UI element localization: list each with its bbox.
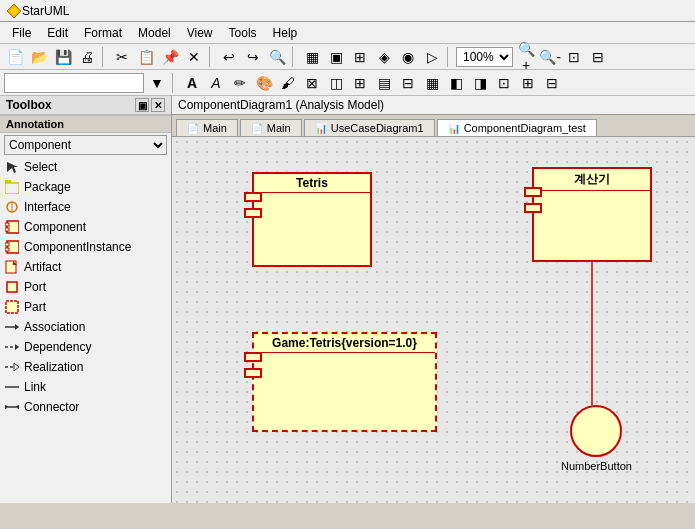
tool-interface[interactable]: Interface [0, 197, 171, 217]
cut-btn[interactable]: ✂ [111, 46, 133, 68]
tb-btn4[interactable]: ◈ [373, 46, 395, 68]
svg-rect-15 [7, 282, 17, 292]
connector-icon [4, 399, 20, 415]
tb-btn5[interactable]: ◉ [397, 46, 419, 68]
layout1-btn[interactable]: ⊞ [517, 72, 539, 94]
tool-select[interactable]: Select [0, 157, 171, 177]
font-bold-btn[interactable]: A [181, 72, 203, 94]
tab-component-label: ComponentDiagram_test [464, 122, 586, 134]
numberbutton-node[interactable]: NumberButton [561, 405, 632, 472]
tab-main2-icon: 📄 [251, 123, 263, 134]
content-area: ComponentDiagram1 (Analysis Model) 📄 Mai… [172, 96, 695, 503]
tb-btn2[interactable]: ▣ [325, 46, 347, 68]
fit-btn[interactable]: ⊡ [563, 46, 585, 68]
tool-connector[interactable]: Connector [0, 397, 171, 417]
tool-part[interactable]: Part [0, 297, 171, 317]
tab-usecase[interactable]: 📊 UseCaseDiagram1 [304, 119, 435, 136]
menu-view[interactable]: View [179, 24, 221, 42]
toolbox-pin-btn[interactable]: ▣ [135, 98, 149, 112]
menu-model[interactable]: Model [130, 24, 179, 42]
menu-help[interactable]: Help [265, 24, 306, 42]
copy-btn[interactable]: 📋 [135, 46, 157, 68]
component-icon [4, 219, 20, 235]
menu-edit[interactable]: Edit [39, 24, 76, 42]
tool-package-label: Package [24, 180, 71, 194]
zoom-in-btn[interactable]: 🔍+ [515, 46, 537, 68]
tetris-component[interactable]: Tetris [252, 172, 372, 267]
zoom-out-btn[interactable]: 🔍- [539, 46, 561, 68]
sep1 [102, 47, 107, 67]
diagram-canvas[interactable]: Tetris 계산기 Game:Tetris{version=1.0} Numb… [172, 137, 695, 503]
print-btn[interactable]: 🖨 [76, 46, 98, 68]
tb-btn1[interactable]: ▦ [301, 46, 323, 68]
realization-icon [4, 359, 20, 375]
toolbox: Toolbox ▣ ✕ Annotation Component Select [0, 96, 172, 503]
pen-btn[interactable]: ✏ [229, 72, 251, 94]
align7-btn[interactable]: ◧ [445, 72, 467, 94]
tab-main2[interactable]: 📄 Main [240, 119, 302, 136]
search-btn[interactable]: ▼ [146, 72, 168, 94]
kesan-component[interactable]: 계산기 [532, 167, 652, 262]
game-component[interactable]: Game:Tetris{version=1.0} [252, 332, 437, 432]
tetris-notch2 [244, 208, 262, 218]
align9-btn[interactable]: ⊡ [493, 72, 515, 94]
menu-file[interactable]: File [4, 24, 39, 42]
tool-port[interactable]: Port [0, 277, 171, 297]
artifact-icon [4, 259, 20, 275]
tool-artifact[interactable]: Artifact [0, 257, 171, 277]
align5-btn[interactable]: ⊟ [397, 72, 419, 94]
toolbar1: 📄 📂 💾 🖨 ✂ 📋 📌 ✕ ↩ ↪ 🔍 ▦ ▣ ⊞ ◈ ◉ ▷ 50% 75… [0, 44, 695, 70]
tool-componentinstance[interactable]: ComponentInstance [0, 237, 171, 257]
redo-btn[interactable]: ↪ [242, 46, 264, 68]
search-input[interactable] [4, 73, 144, 93]
align6-btn[interactable]: ▦ [421, 72, 443, 94]
tool-link[interactable]: Link [0, 377, 171, 397]
tab-main1-icon: 📄 [187, 123, 199, 134]
find-btn[interactable]: 🔍 [266, 46, 288, 68]
align1-btn[interactable]: ⊠ [301, 72, 323, 94]
tab-usecase-icon: 📊 [315, 123, 327, 134]
association-icon [4, 319, 20, 335]
main-layout: Toolbox ▣ ✕ Annotation Component Select [0, 96, 695, 503]
tool-component-label: Component [24, 220, 86, 234]
toolbox-category-select[interactable]: Component [4, 135, 167, 155]
layout2-btn[interactable]: ⊟ [541, 72, 563, 94]
undo-btn[interactable]: ↩ [218, 46, 240, 68]
tab-component[interactable]: 📊 ComponentDiagram_test [437, 119, 597, 136]
toolbox-close-btn[interactable]: ✕ [151, 98, 165, 112]
tool-part-label: Part [24, 300, 46, 314]
tool-association[interactable]: Association [0, 317, 171, 337]
color1-btn[interactable]: 🎨 [253, 72, 275, 94]
tool-dependency[interactable]: Dependency [0, 337, 171, 357]
font-italic-btn[interactable]: A [205, 72, 227, 94]
new-btn[interactable]: 📄 [4, 46, 26, 68]
delete-btn[interactable]: ✕ [183, 46, 205, 68]
align3-btn[interactable]: ⊞ [349, 72, 371, 94]
tool-component[interactable]: Component [0, 217, 171, 237]
actual-size-btn[interactable]: ⊟ [587, 46, 609, 68]
tb-btn3[interactable]: ⊞ [349, 46, 371, 68]
toolbox-header: Toolbox ▣ ✕ [0, 96, 171, 115]
align4-btn[interactable]: ▤ [373, 72, 395, 94]
toolbox-scroll: Annotation Component Select Package [0, 115, 171, 503]
align2-btn[interactable]: ◫ [325, 72, 347, 94]
paste-btn[interactable]: 📌 [159, 46, 181, 68]
zoom-select[interactable]: 50% 75% 100% 125% 150% [456, 47, 513, 67]
tb-btn6[interactable]: ▷ [421, 46, 443, 68]
numberbutton-label: NumberButton [561, 460, 632, 472]
tool-package[interactable]: Package [0, 177, 171, 197]
menu-format[interactable]: Format [76, 24, 130, 42]
tool-connector-label: Connector [24, 400, 79, 414]
kesan-notch2 [524, 203, 542, 213]
tool-realization[interactable]: Realization [0, 357, 171, 377]
save-btn[interactable]: 💾 [52, 46, 74, 68]
dependency-icon [4, 339, 20, 355]
color2-btn[interactable]: 🖌 [277, 72, 299, 94]
svg-marker-2 [7, 162, 18, 173]
tab-main1[interactable]: 📄 Main [176, 119, 238, 136]
menu-tools[interactable]: Tools [221, 24, 265, 42]
package-icon [4, 179, 20, 195]
svg-marker-22 [14, 363, 19, 371]
open-btn[interactable]: 📂 [28, 46, 50, 68]
align8-btn[interactable]: ◨ [469, 72, 491, 94]
